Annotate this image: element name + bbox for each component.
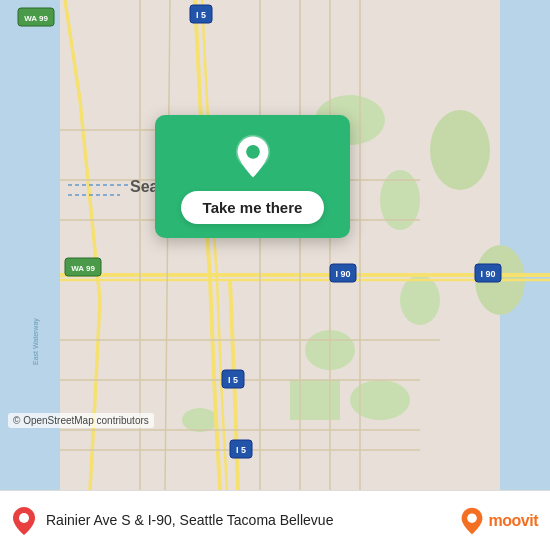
map-copyright: © OpenStreetMap contributors bbox=[8, 413, 154, 428]
svg-point-10 bbox=[400, 275, 440, 325]
moovit-brand-text: moovit bbox=[489, 512, 538, 530]
moovit-pin-icon bbox=[458, 507, 486, 535]
svg-point-50 bbox=[19, 513, 29, 523]
svg-text:I 5: I 5 bbox=[196, 10, 206, 20]
location-pin-icon bbox=[12, 506, 36, 536]
svg-text:I 90: I 90 bbox=[335, 269, 350, 279]
svg-point-13 bbox=[430, 110, 490, 190]
location-label: Rainier Ave S & I-90, Seattle Tacoma Bel… bbox=[46, 511, 448, 529]
svg-text:I 5: I 5 bbox=[228, 375, 238, 385]
svg-point-49 bbox=[246, 145, 260, 159]
svg-point-7 bbox=[380, 170, 420, 230]
svg-text:WA 99: WA 99 bbox=[24, 14, 48, 23]
svg-text:East Waterway: East Waterway bbox=[32, 318, 40, 365]
map-container: WA 99 I 5 WA 99 I 90 I 90 I 5 I 5 Seattl… bbox=[0, 0, 550, 490]
moovit-logo: moovit bbox=[458, 507, 538, 535]
svg-text:I 5: I 5 bbox=[236, 445, 246, 455]
bottom-bar: Rainier Ave S & I-90, Seattle Tacoma Bel… bbox=[0, 490, 550, 550]
svg-point-51 bbox=[467, 513, 477, 523]
svg-rect-11 bbox=[290, 380, 340, 420]
svg-text:I 90: I 90 bbox=[480, 269, 495, 279]
location-card: Take me there bbox=[155, 115, 350, 238]
svg-text:WA 99: WA 99 bbox=[71, 264, 95, 273]
take-me-there-button[interactable]: Take me there bbox=[181, 191, 325, 224]
svg-point-12 bbox=[182, 408, 218, 432]
svg-point-9 bbox=[350, 380, 410, 420]
map-pin-icon bbox=[229, 133, 277, 181]
